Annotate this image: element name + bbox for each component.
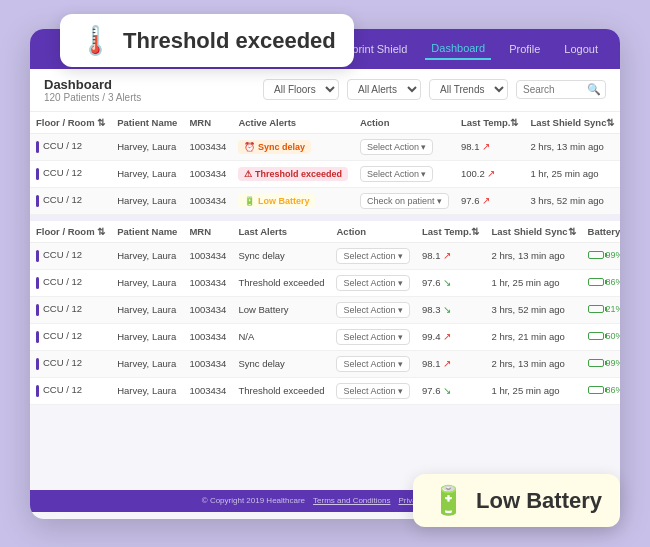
col2-patient-name: Patient Name xyxy=(111,221,183,243)
cell-floor: CCU / 12 xyxy=(30,242,111,269)
alerts-filter[interactable]: All Alerts xyxy=(347,79,421,100)
cell-patient: Harvey, Laura xyxy=(111,269,183,296)
table2-header-row: Floor / Room ⇅ Patient Name MRN Last Ale… xyxy=(30,221,620,243)
action-button[interactable]: Select Action ▾ xyxy=(336,329,410,345)
cell-patient: Harvey, Laura xyxy=(111,323,183,350)
cell-alert: ⏰ Sync delay xyxy=(232,133,354,160)
battery-level: 21% xyxy=(588,304,620,314)
alert-badge: ⏰ Sync delay xyxy=(238,140,311,154)
action-button[interactable]: Select Action ▾ xyxy=(336,248,410,264)
cell-battery: 86% xyxy=(582,377,620,404)
thermometer-icon: 🌡️ xyxy=(78,24,113,57)
cell-action[interactable]: Select Action ▾ xyxy=(354,133,455,160)
table-row: CCU / 12 Harvey, Laura 1003434 Sync dela… xyxy=(30,350,620,377)
cell-mrn: 1003434 xyxy=(183,377,232,404)
cell-shield: 1 hr, 25 min ago xyxy=(485,377,581,404)
action-button[interactable]: Select Action ▾ xyxy=(336,302,410,318)
cell-temp: 100.2 ↗ xyxy=(455,160,524,187)
nav-dashboard[interactable]: Dashboard xyxy=(425,38,491,60)
action-button[interactable]: Check on patient ▾ xyxy=(360,193,449,209)
cell-patient: Harvey, Laura xyxy=(111,296,183,323)
cell-shield: 1 hr, 25 min ago xyxy=(485,269,581,296)
cell-floor: CCU / 12 xyxy=(30,160,111,187)
search-icon: 🔍 xyxy=(587,83,601,96)
cell-alert: Low Battery xyxy=(232,296,330,323)
cell-battery: 86% xyxy=(582,269,620,296)
col2-floor-room: Floor / Room ⇅ xyxy=(30,221,111,243)
cell-alert: 🔋 Low Battery xyxy=(232,187,354,214)
action-button[interactable]: Select Action ▾ xyxy=(360,139,434,155)
cell-action[interactable]: Select Action ▾ xyxy=(330,269,416,296)
all-alerts-table: Floor / Room ⇅ Patient Name MRN Last Ale… xyxy=(30,221,620,405)
cell-action[interactable]: Select Action ▾ xyxy=(330,323,416,350)
col2-last-alerts: Last Alerts xyxy=(232,221,330,243)
main-card: Admissions Reprint Shield Dashboard Prof… xyxy=(30,29,620,519)
cell-alert: Sync delay xyxy=(232,242,330,269)
dashboard-subtitle: 120 Patients / 3 Alerts xyxy=(44,92,141,103)
cell-battery: 50% xyxy=(582,323,620,350)
cell-battery: 99% xyxy=(582,242,620,269)
nav-profile[interactable]: Profile xyxy=(503,39,546,59)
trend-up-icon: ↗ xyxy=(482,195,490,206)
cell-mrn: 1003434 xyxy=(183,133,232,160)
nav-logout[interactable]: Logout xyxy=(558,39,604,59)
action-button[interactable]: Select Action ▾ xyxy=(360,166,434,182)
cell-temp: 98.1 ↗ xyxy=(416,242,485,269)
cell-mrn: 1003434 xyxy=(183,160,232,187)
cell-battery: 21% xyxy=(582,296,620,323)
cell-floor: CCU / 12 xyxy=(30,133,111,160)
cell-patient: Harvey, Laura xyxy=(111,160,183,187)
active-alerts-table: Floor / Room ⇅ Patient Name MRN Active A… xyxy=(30,112,620,215)
table-row: CCU / 12 Harvey, Laura 1003434 🔋 Low Bat… xyxy=(30,187,620,214)
col-mrn: MRN xyxy=(183,112,232,134)
col2-last-temp: Last Temp.⇅ xyxy=(416,221,485,243)
cell-temp: 97.6 ↗ xyxy=(455,187,524,214)
col2-last-shield: Last Shield Sync⇅ xyxy=(485,221,581,243)
battery-level: 99% xyxy=(588,358,620,368)
threshold-banner-text: Threshold exceeded xyxy=(123,28,336,54)
cell-action[interactable]: Select Action ▾ xyxy=(330,296,416,323)
table-row: CCU / 12 Harvey, Laura 1003434 N/A Selec… xyxy=(30,323,620,350)
cell-floor: CCU / 12 xyxy=(30,323,111,350)
cell-mrn: 1003434 xyxy=(183,242,232,269)
floor-filter[interactable]: All Floors xyxy=(263,79,339,100)
cell-temp: 98.3 ↘ xyxy=(416,296,485,323)
lowbat-banner-text: Low Battery xyxy=(476,488,602,514)
cell-temp: 97.6 ↘ xyxy=(416,377,485,404)
cell-shield: 2 hrs, 21 min ago xyxy=(485,323,581,350)
cell-action[interactable]: Check on patient ▾ xyxy=(354,187,455,214)
cell-battery: 99% xyxy=(582,350,620,377)
cell-temp: 99.4 ↗ xyxy=(416,323,485,350)
table-row: CCU / 12 Harvey, Laura 1003434 ⚠ Thresho… xyxy=(30,160,620,187)
cell-action[interactable]: Select Action ▾ xyxy=(330,242,416,269)
trend-down-icon: ↘ xyxy=(443,304,451,315)
cell-action[interactable]: Select Action ▾ xyxy=(330,377,416,404)
outer-wrapper: 🌡️ Threshold exceeded 🔋 Low Battery Admi… xyxy=(0,0,650,547)
col-patient-name: Patient Name xyxy=(111,112,183,134)
cell-mrn: 1003434 xyxy=(183,187,232,214)
table-row: CCU / 12 Harvey, Laura 1003434 Low Batte… xyxy=(30,296,620,323)
cell-floor: CCU / 12 xyxy=(30,296,111,323)
cell-temp: 98.1 ↗ xyxy=(455,133,524,160)
cell-action[interactable]: Select Action ▾ xyxy=(354,160,455,187)
cell-shield: 2 hrs, 13 min ago xyxy=(524,133,620,160)
cell-shield: 3 hrs, 52 min ago xyxy=(524,187,620,214)
action-button[interactable]: Select Action ▾ xyxy=(336,383,410,399)
cell-mrn: 1003434 xyxy=(183,323,232,350)
battery-level: 86% xyxy=(588,385,620,395)
trends-filter[interactable]: All Trends xyxy=(429,79,508,100)
cell-mrn: 1003434 xyxy=(183,350,232,377)
action-button[interactable]: Select Action ▾ xyxy=(336,275,410,291)
action-button[interactable]: Select Action ▾ xyxy=(336,356,410,372)
cell-alert: Threshold exceeded xyxy=(232,377,330,404)
cell-shield: 2 hrs, 13 min ago xyxy=(485,242,581,269)
col-last-shield: Last Shield Sync⇅ xyxy=(524,112,620,134)
cell-action[interactable]: Select Action ▾ xyxy=(330,350,416,377)
cell-floor: CCU / 12 xyxy=(30,187,111,214)
toolbar: Dashboard 120 Patients / 3 Alerts All Fl… xyxy=(30,69,620,112)
cell-floor: CCU / 12 xyxy=(30,269,111,296)
toolbar-left: Dashboard 120 Patients / 3 Alerts xyxy=(44,77,141,103)
col2-battery: Battery Level⇅ xyxy=(582,221,620,243)
cell-mrn: 1003434 xyxy=(183,269,232,296)
footer-terms[interactable]: Terms and Conditions xyxy=(313,496,390,505)
